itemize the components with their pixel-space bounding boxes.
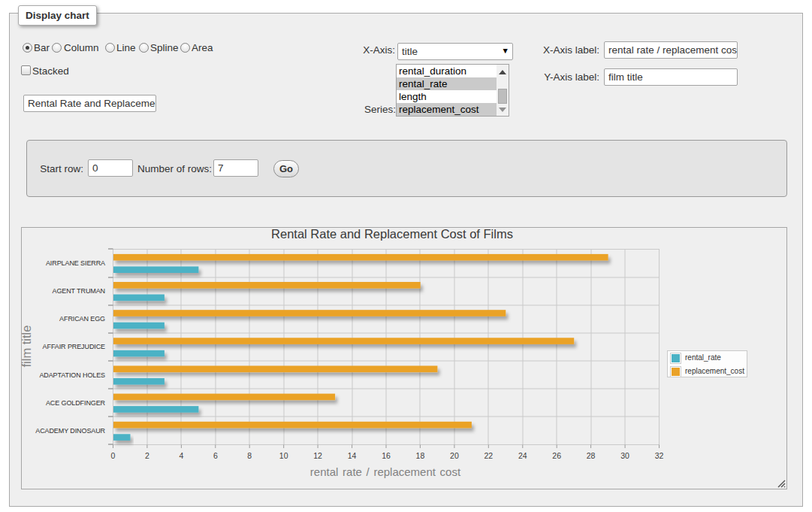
svg-text:14: 14 [348, 451, 357, 460]
svg-text:8: 8 [247, 451, 252, 460]
svg-text:18: 18 [416, 451, 425, 460]
svg-text:4: 4 [179, 451, 183, 460]
svg-text:12: 12 [313, 451, 322, 460]
svg-text:10: 10 [279, 451, 288, 460]
svg-text:28: 28 [587, 451, 596, 460]
svg-text:32: 32 [655, 451, 664, 460]
svg-text:2: 2 [145, 451, 149, 460]
svg-text:24: 24 [518, 451, 527, 460]
svg-text:16: 16 [382, 451, 391, 460]
svg-text:26: 26 [552, 451, 561, 460]
svg-text:22: 22 [484, 451, 493, 460]
svg-text:20: 20 [450, 451, 459, 460]
svg-text:0: 0 [111, 451, 116, 460]
svg-text:30: 30 [620, 451, 629, 460]
svg-text:6: 6 [213, 451, 218, 460]
